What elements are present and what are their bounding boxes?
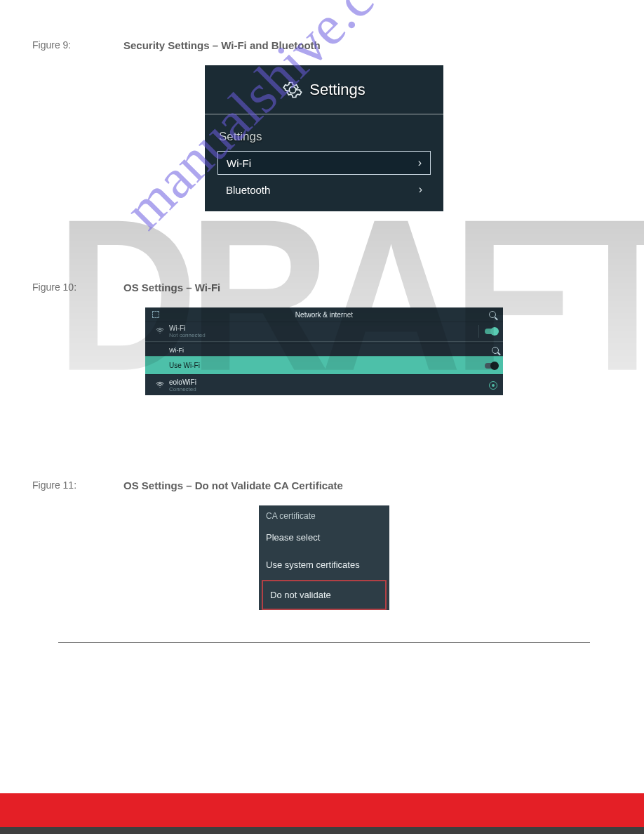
wifi-icon	[151, 380, 169, 390]
figure10-top-title: Network & internet	[159, 311, 489, 319]
figure10-wifi-row[interactable]: Wi-Fi Not connected	[145, 322, 503, 340]
figure10-caption: OS Settings – Wi-Fi	[123, 282, 220, 293]
figure9-bluetooth-label: Bluetooth	[226, 184, 270, 196]
figure10-use-wifi-row[interactable]: Use Wi-Fi	[145, 356, 503, 374]
figure10-connected-row[interactable]: eoloWiFi Connected	[145, 374, 503, 395]
figure10-screenshot: Network & internet Wi-Fi Not connected W…	[145, 307, 503, 395]
chevron-right-icon: ›	[418, 157, 422, 169]
figure10-wifi-sub: Not connected	[169, 332, 448, 338]
figure10-wifi-label: Wi-Fi	[169, 324, 448, 332]
figure11-please-select[interactable]: Please select	[259, 524, 389, 551]
footer-grey-bar	[0, 827, 644, 834]
gear-icon	[283, 80, 302, 100]
figure11-title: CA certificate	[259, 505, 389, 524]
figure10-conn-label: eoloWiFi	[169, 378, 448, 386]
figure11-use-system[interactable]: Use system certificates	[259, 551, 389, 578]
figure11-screenshot: CA certificate Please select Use system …	[259, 505, 389, 610]
wifi-icon	[151, 326, 169, 336]
figure11-heading-row: Figure 11: OS Settings – Do not Validate…	[32, 479, 616, 491]
figure10-label: Figure 10:	[32, 282, 123, 293]
figure11-do-not-validate[interactable]: Do not validate	[263, 581, 385, 609]
figure9-heading-row: Figure 9: Security Settings – Wi-Fi and …	[32, 39, 616, 51]
horizontal-rule	[58, 642, 590, 643]
footer-red-bar	[0, 793, 644, 827]
figure10-conn-sub: Connected	[169, 386, 448, 392]
figure10-section-label: Wi-Fi	[145, 343, 503, 356]
figure9-caption: Security Settings – Wi-Fi and Bluetooth	[123, 39, 321, 51]
fullscreen-icon[interactable]	[152, 311, 159, 318]
figure9-subheader: Settings	[219, 130, 431, 144]
search-icon[interactable]	[492, 347, 499, 354]
figure9-screenshot: Settings Settings Wi-Fi › Bluetooth ›	[205, 65, 443, 211]
use-wifi-toggle[interactable]	[485, 363, 497, 369]
figure9-label: Figure 9:	[32, 39, 123, 51]
figure9-bluetooth-item[interactable]: Bluetooth ›	[217, 178, 431, 201]
figure10-heading-row: Figure 10: OS Settings – Wi-Fi	[32, 282, 616, 293]
figure11-highlighted: Do not validate	[262, 580, 387, 610]
figure9-wifi-label: Wi-Fi	[227, 157, 251, 169]
wifi-toggle[interactable]	[485, 329, 497, 334]
figure10-use-wifi-label: Use Wi-Fi	[169, 362, 448, 369]
figure11-caption: OS Settings – Do not Validate CA Certifi…	[123, 479, 343, 491]
search-icon[interactable]	[489, 311, 496, 318]
settings-gear-icon[interactable]	[489, 381, 497, 390]
figure9-wifi-item[interactable]: Wi-Fi ›	[217, 151, 431, 175]
chevron-right-icon: ›	[419, 183, 422, 196]
figure11-label: Figure 11:	[32, 479, 123, 491]
figure9-header-title: Settings	[309, 81, 365, 99]
